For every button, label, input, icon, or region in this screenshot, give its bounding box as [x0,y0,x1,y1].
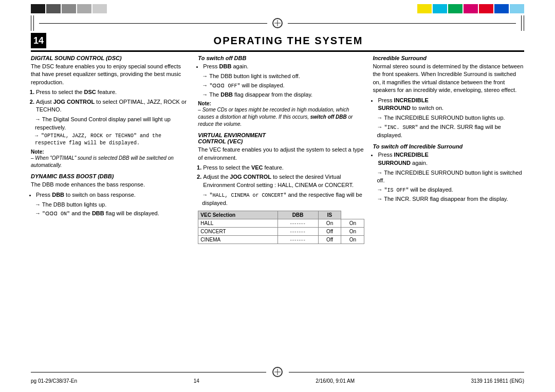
column-right: Incredible Surround Normal stereo sound … [373,55,524,204]
switch-incr-arrow3: The INCR. SURR flag disappear from the d… [377,195,524,203]
switch-dbb-note-title: Note: [198,101,364,106]
vec-table-row-hall: HALL ------- On On [198,219,364,227]
color-swatch-silver [92,4,107,13]
switch-incr-lcd1: "IS OFF" [384,188,409,193]
vec-table-row-concert: CONCERT ------- Off On [198,227,364,235]
dbb-bullet1: Press DBB to switch on bass response. [36,191,190,199]
crosshair-top [272,18,283,28]
vec-lcd1: "HALL, CINEMA or CONCERT" [209,193,286,198]
dsc-note-text: – When "OPTIMAL" sound is selected DBB w… [31,155,190,169]
dbb-lcd1: "ᗡᗡᗡ ON" [42,211,70,217]
color-swatch-darkgray [46,4,61,13]
page-number-badge: 14 [31,33,46,48]
dsc-note-title: Note: [31,149,190,155]
switch-incr-bold1: INCREDIBLESURROUND [378,152,428,165]
vec-hall-dbb: On [318,219,341,227]
main-content: 14 OPERATING THE SYSTEM DIGITAL SOUND CO… [0,33,555,244]
vec-steps: Press to select the VEC feature. Adjust … [203,164,364,189]
vec-title-line2: CONTROL (VEC) [198,138,243,144]
section-dbb-body: The DBB mode enhances the bass response. [31,181,190,189]
section-dsc-body: The DSC feature enables you to enjoy spe… [31,63,190,86]
incr-bullet1: Press INCREDIBLESURROUND to switch on. [378,97,524,113]
color-swatch-green [448,4,462,13]
incr-bullets: Press INCREDIBLESURROUND to switch on. [378,97,524,113]
dsc-step2-bold: JOG CONTROL [53,99,95,105]
switch-dbb-arrow2: "ᗡᗡᗡ OFF" will be displayed. [202,82,364,90]
content-area: DIGITAL SOUND CONTROL (DSC) The DSC feat… [31,55,524,244]
vec-table-header-selection: VEC Selection [198,211,278,219]
v-lines-left [31,15,34,31]
color-swatch-cyan [433,4,447,13]
dbb-bullets: Press DBB to switch on bass response. [36,191,190,199]
switch-dbb-note-text: – Some CDs or tapes might be recorded in… [198,106,364,128]
v-lines-right [521,15,524,31]
color-swatch-lightgray [77,4,91,13]
vec-cinema-dbb: Off [318,235,341,244]
section-switch-dbb-title: To switch off DBB [198,55,364,61]
vec-title-line1: VIRTUAL ENVIRONMENT [198,132,266,138]
v-line-4 [524,15,524,31]
dsc-step-1: Press to select the DSC feature. [36,88,190,96]
color-bars [0,4,555,13]
section-incr-body: Normal stereo sound is determined by the… [373,63,524,95]
dsc-step-2: Adjust JOG CONTROL to select OPTIMAL, JA… [36,98,190,114]
switch-incr-bullet1: Press INCREDIBLESURROUND again. [378,151,524,167]
page-number: 14 [33,35,44,46]
footer-center: 14 [194,378,199,384]
color-swatch-ltblue [510,4,524,13]
footer-date: 2/16/00, 9:01 AM [316,378,355,384]
color-bar-right [417,4,524,13]
vec-step2: Adjust the JOG CONTROL to select the des… [203,173,364,189]
vec-table: VEC Selection DBB IS HALL ------- On On … [198,211,364,244]
section-dbb-title: DYNAMIC BASS BOOST (DBB) [31,173,190,179]
vec-concert-dashes: ------- [278,227,318,235]
footer-content: pg 01-29/C38/37-En 14 2/16/00, 9:01 AM 3… [31,378,524,384]
dbb-arrow2: "ᗡᗡᗡ ON" and the DBB flag will be displa… [35,210,190,218]
switch-dbb-note-bold: switch off DBB [310,114,347,120]
switch-dbb-bullet1: Press DBB again. [203,63,364,70]
color-swatch-magenta [464,4,478,13]
footer-right: 3139 116 19811 (ENG) [471,378,524,384]
color-bar-left [31,4,107,13]
switch-incr-title-text: To switch off Incredible Surround [373,143,462,150]
dbb-bold: DBB [52,192,64,198]
section-incr-title: Incredible Surround [373,55,524,61]
switch-incr-arrow2: "IS OFF" will be displayed. [377,186,524,194]
page-header: 14 OPERATING THE SYSTEM [31,33,524,52]
footer-line-right [289,372,524,372]
vec-hall-dashes: ------- [278,219,318,227]
column-left: DIGITAL SOUND CONTROL (DSC) The DSC feat… [31,55,190,219]
vec-body: The VEC feature enables you to adjust th… [198,146,364,162]
vec-arrow1: "HALL, CINEMA or CONCERT" and the respec… [202,191,364,207]
dsc-arrow1: The Digital Sound Control display panel … [35,116,190,132]
top-line-right [288,23,516,24]
switch-incr-bullets: Press INCREDIBLESURROUND again. [378,151,524,167]
footer-left: pg 01-29/C38/37-En [31,378,77,384]
incr-lcd1: "INC. SURR" [384,125,418,130]
color-swatch-blue [494,4,509,13]
v-line-1 [31,15,31,31]
vec-step1: Press to select the VEC feature. [203,164,364,172]
v-line-2 [33,15,34,31]
vec-concert-dbb: Off [318,227,341,235]
section-switch-incr-title: To switch off Incredible Surround [373,143,524,150]
switch-dbb-arrow1: The DBB button light is switched off. [202,72,364,80]
switch-dbb-note: Note: – Some CDs or tapes might be recor… [198,101,364,128]
switch-dbb-bold: DBB [219,63,232,69]
vec-hall-is: On [341,219,364,227]
dsc-arrow2: "OPTIMAL, JAZZ, ROCK or TECHNO" and the … [35,133,190,147]
color-swatch-black [31,4,45,13]
footer-line-left [31,372,266,372]
vec-table-row-cinema: CINEMA ------- Off On [198,235,364,244]
page-title: OPERATING THE SYSTEM [52,35,524,47]
dsc-note: Note: – When "OPTIMAL" sound is selected… [31,149,190,169]
color-swatch-red [479,4,493,13]
vec-concert-is: On [341,227,364,235]
vec-cinema-label: CINEMA [198,235,278,244]
switch-dbb-bold2: DBB [220,91,233,98]
vec-concert-label: CONCERT [198,227,278,235]
color-swatch-gray [62,4,76,13]
vec-step2-bold: JOG CONTROL [230,174,271,180]
vec-hall-label: HALL [198,219,278,227]
vec-cinema-dashes: ------- [278,235,318,244]
